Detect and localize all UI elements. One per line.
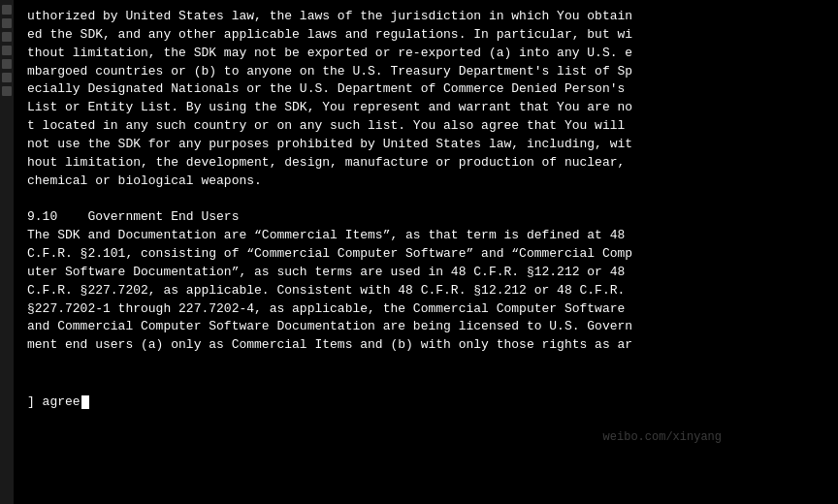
terminal-window: uthorized by United States law, the laws… <box>0 0 838 504</box>
sidebar-icon-5 <box>2 59 12 69</box>
sidebar-icon-4 <box>2 46 12 55</box>
terminal-content: uthorized by United States law, the laws… <box>21 4 830 416</box>
section-header: 9.10 Government End Users <box>27 208 824 227</box>
spacer-2 <box>27 355 824 373</box>
spacer-3 <box>27 373 824 392</box>
watermark: weibo.com/xinyang <box>603 429 722 446</box>
sidebar-icon-2 <box>2 18 12 28</box>
license-text-block-1: uthorized by United States law, the laws… <box>27 8 824 190</box>
sidebar-icon-1 <box>2 5 12 15</box>
left-sidebar <box>0 0 14 504</box>
license-text-block-2: The SDK and Documentation are “Commercia… <box>27 227 824 355</box>
sidebar-icon-6 <box>2 73 12 82</box>
input-line[interactable]: ] agree <box>27 394 824 412</box>
terminal-cursor <box>81 395 89 409</box>
sidebar-icon-7 <box>2 86 12 96</box>
sidebar-icon-3 <box>2 32 12 42</box>
input-text[interactable]: ] agree <box>27 394 81 412</box>
spacer-1 <box>27 190 824 208</box>
